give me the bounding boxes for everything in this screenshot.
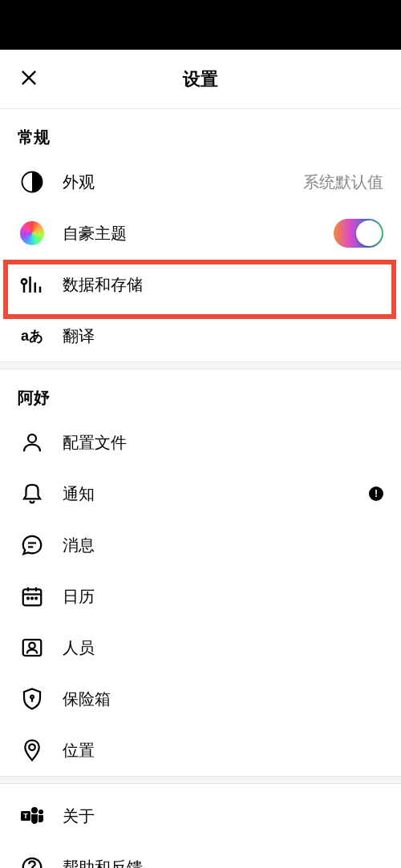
section-header-general: 常规: [0, 109, 401, 156]
svg-point-16: [31, 598, 33, 600]
item-about[interactable]: T 关于: [0, 790, 401, 842]
svg-point-26: [38, 809, 43, 814]
item-calendar[interactable]: 日历: [0, 571, 401, 622]
item-label: 数据和存储: [63, 274, 383, 296]
item-people[interactable]: 人员: [0, 622, 401, 673]
bell-icon: [18, 479, 47, 508]
translate-icon: aあ: [18, 321, 47, 350]
status-bar: [0, 0, 401, 50]
item-appearance[interactable]: 外观 系统默认值: [0, 156, 401, 208]
svg-point-19: [29, 643, 35, 649]
svg-point-22: [29, 745, 35, 751]
teams-icon: T: [18, 801, 47, 830]
color-wheel-icon: [18, 219, 47, 248]
item-messages[interactable]: 消息: [0, 519, 401, 571]
item-data-storage[interactable]: 数据和存储: [0, 259, 401, 310]
item-label: 人员: [63, 637, 383, 659]
item-label: 位置: [63, 740, 383, 761]
item-value: 系统默认值: [303, 172, 383, 193]
help-icon: [18, 853, 47, 868]
svg-point-15: [27, 598, 29, 600]
svg-point-8: [28, 434, 36, 442]
location-icon: [18, 736, 47, 765]
section-divider: [0, 776, 401, 784]
contrast-icon: [18, 168, 47, 196]
header: 设置: [0, 50, 401, 109]
person-icon: [18, 428, 47, 457]
alert-badge: !: [369, 486, 383, 501]
item-pride-theme[interactable]: 自豪主题: [0, 208, 401, 259]
svg-point-25: [31, 807, 38, 813]
close-icon[interactable]: [18, 67, 40, 92]
item-label: 自豪主题: [63, 223, 334, 244]
item-label: 外观: [63, 172, 303, 193]
item-label: 通知: [63, 483, 369, 505]
svg-point-17: [35, 598, 37, 600]
item-translate[interactable]: aあ 翻译: [0, 310, 401, 361]
shield-lock-icon: [18, 684, 47, 713]
item-location[interactable]: 位置: [0, 725, 401, 776]
calendar-icon: [18, 582, 47, 611]
svg-point-3: [22, 279, 26, 284]
item-profile[interactable]: 配置文件: [0, 417, 401, 468]
item-label: 配置文件: [63, 432, 383, 454]
contact-card-icon: [18, 633, 47, 662]
page-title: 设置: [40, 67, 361, 91]
toggle-switch[interactable]: [334, 219, 383, 248]
item-label: 帮助和反馈: [63, 857, 383, 869]
bars-icon: [18, 270, 47, 299]
item-notifications[interactable]: 通知 !: [0, 468, 401, 519]
item-label: 日历: [63, 586, 383, 608]
item-help[interactable]: 帮助和反馈: [0, 842, 401, 868]
item-label: 消息: [63, 535, 383, 556]
item-safe[interactable]: 保险箱: [0, 673, 401, 725]
item-label: 关于: [63, 805, 383, 827]
item-label: 翻译: [63, 325, 383, 347]
item-label: 保险箱: [63, 688, 383, 710]
svg-text:T: T: [23, 812, 28, 820]
section-header-user: 阿妤: [0, 369, 401, 417]
section-divider: [0, 361, 401, 369]
svg-point-20: [30, 696, 34, 699]
chat-icon: [18, 531, 47, 559]
